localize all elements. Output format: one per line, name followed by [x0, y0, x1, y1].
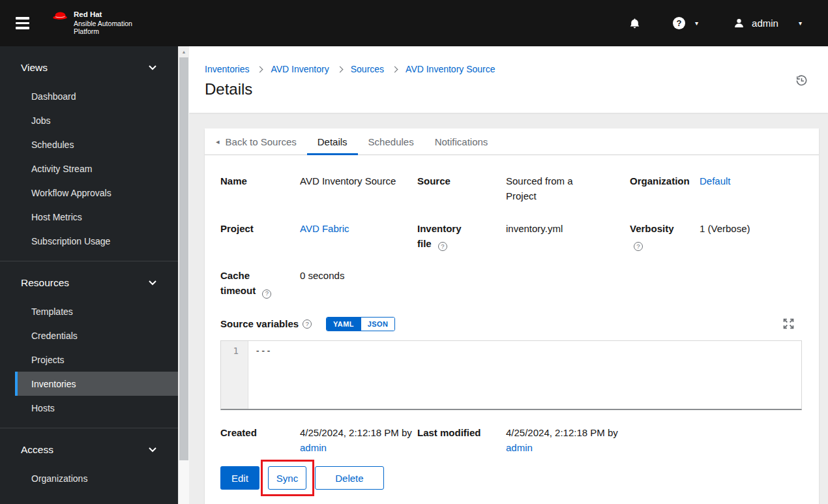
breadcrumb-separator-icon	[336, 66, 343, 72]
caret-left-icon: ◂	[216, 138, 220, 146]
last-modified-label: Last modified	[417, 425, 506, 440]
last-modified-by-user-link[interactable]: admin	[506, 442, 533, 453]
sidebar-section-access[interactable]: Access	[0, 437, 178, 462]
toggle-json-button[interactable]: JSON	[361, 318, 395, 331]
last-modified-by-prefix: by	[608, 427, 618, 438]
source-variables-row: Source variables ? YAML JSON	[220, 317, 802, 331]
brand-logo: Red Hat Ansible Automation Platform	[52, 10, 132, 35]
sidebar-item-credentials[interactable]: Credentials	[15, 323, 178, 348]
expand-editor-icon[interactable]	[783, 318, 794, 329]
tab-back-to-sources-label: Back to Sources	[226, 136, 297, 147]
yaml-json-toggle: YAML JSON	[326, 317, 395, 331]
brand-line-3: Platform	[74, 27, 132, 35]
organization-value-link[interactable]: Default	[700, 175, 731, 186]
created-by-prefix: by	[402, 427, 412, 438]
verbosity-label-text: Verbosity	[630, 223, 674, 234]
inventory-file-value: inventory.yml	[506, 221, 630, 236]
verbosity-value: 1 (Verbose)	[700, 221, 802, 236]
tab-notifications[interactable]: Notifications	[424, 128, 499, 155]
sidebar-item-inventories[interactable]: Inventories	[15, 372, 178, 396]
scrollbar-up-arrow-icon[interactable]: ▲	[179, 46, 189, 57]
tab-back-to-sources[interactable]: ◂ Back to Sources	[216, 128, 307, 155]
tab-details[interactable]: Details	[307, 128, 358, 155]
help-menu[interactable]: ? ▾	[673, 17, 698, 29]
sidebar-item-templates[interactable]: Templates	[15, 299, 178, 323]
sidebar-item-hosts[interactable]: Hosts	[15, 396, 178, 420]
help-question-icon[interactable]: ?	[673, 17, 685, 29]
sidebar-item-organizations[interactable]: Organizations	[15, 466, 178, 490]
nav-toggle-hamburger-icon[interactable]	[16, 17, 29, 29]
user-menu[interactable]: admin ▾	[733, 18, 802, 29]
verbosity-help-icon[interactable]: ?	[634, 242, 643, 251]
sidebar-item-subscription-usage[interactable]: Subscription Usage	[15, 229, 178, 253]
action-buttons-row: Edit Sync Delete	[220, 466, 802, 501]
activity-history-icon[interactable]	[795, 74, 808, 87]
chevron-down-icon	[149, 280, 156, 286]
help-caret-down-icon[interactable]: ▾	[695, 20, 698, 27]
cache-timeout-label: Cache timeout ?	[220, 268, 289, 299]
inventory-file-label: Inventory file ?	[417, 221, 486, 252]
source-variables-editor[interactable]: 1 ---	[220, 340, 802, 410]
sidebar-section-views[interactable]: Views	[0, 55, 178, 80]
redhat-fedora-icon	[52, 10, 68, 23]
sidebar-item-jobs[interactable]: Jobs	[15, 108, 178, 132]
delete-button[interactable]: Delete	[315, 466, 383, 490]
username-label: admin	[752, 18, 778, 29]
sidebar-item-activity-stream[interactable]: Activity Stream	[15, 156, 178, 181]
toggle-yaml-button[interactable]: YAML	[327, 318, 361, 331]
cache-timeout-help-icon[interactable]: ?	[262, 289, 271, 299]
tab-schedules[interactable]: Schedules	[358, 128, 424, 155]
sidebar-item-workflow-approvals[interactable]: Workflow Approvals	[15, 181, 178, 205]
cache-timeout-label-text: Cache timeout	[220, 270, 256, 296]
last-modified-value: 4/25/2024, 2:12:18 PM by admin	[506, 425, 620, 456]
verbosity-label: Verbosity ?	[630, 221, 700, 252]
sidebar-section-resources-label: Resources	[21, 277, 69, 289]
sidebar-item-schedules[interactable]: Schedules	[15, 132, 178, 156]
breadcrumb-inventories[interactable]: Inventories	[205, 64, 249, 74]
created-label: Created	[220, 425, 300, 440]
tab-bar: ◂ Back to Sources Details Schedules Noti…	[205, 128, 819, 155]
sidebar-item-dashboard[interactable]: Dashboard	[15, 84, 178, 108]
breadcrumb-separator-icon	[257, 66, 263, 72]
breadcrumb-avd-inventory[interactable]: AVD Inventory	[271, 64, 329, 74]
source-variables-help-icon[interactable]: ?	[303, 319, 312, 329]
created-by-user-link[interactable]: admin	[300, 442, 327, 453]
organization-label: Organization	[630, 173, 700, 188]
brand-line-2: Ansible Automation	[74, 20, 132, 27]
scrollbar-thumb[interactable]	[179, 57, 188, 460]
brand-line-1: Red Hat	[74, 10, 132, 20]
created-value: 4/25/2024, 2:12:18 PM by admin	[300, 425, 414, 456]
project-value-link[interactable]: AVD Fabric	[300, 223, 349, 234]
editor-content[interactable]: ---	[248, 341, 801, 409]
sidebar-scrollbar[interactable]: ▲	[178, 46, 189, 504]
created-date: 4/25/2024, 2:12:18 PM	[300, 427, 399, 438]
breadcrumb-avd-inventory-source[interactable]: AVD Inventory Source	[406, 64, 495, 74]
sidebar-section-views-label: Views	[21, 62, 48, 74]
project-label: Project	[220, 221, 300, 236]
sidebar-item-host-metrics[interactable]: Host Metrics	[15, 205, 178, 229]
main-content: Inventories AVD Inventory Sources AVD In…	[189, 46, 828, 504]
breadcrumb-separator-icon	[392, 66, 398, 72]
breadcrumb: Inventories AVD Inventory Sources AVD In…	[205, 64, 812, 74]
notifications-bell-icon[interactable]	[629, 18, 640, 29]
source-variables-label: Source variables	[220, 318, 299, 329]
page-title: Details	[205, 80, 812, 98]
user-caret-down-icon[interactable]: ▾	[799, 20, 802, 27]
page-header: Inventories AVD Inventory Sources AVD In…	[189, 46, 828, 113]
sync-button[interactable]: Sync	[268, 466, 306, 490]
sidebar-navigation: Views Dashboard Jobs Schedules Activity …	[0, 46, 178, 504]
chevron-down-icon	[149, 447, 156, 452]
details-grid: Name AVD Inventory Source Source Sourced…	[220, 173, 802, 299]
masthead: Red Hat Ansible Automation Platform ? ▾ …	[0, 0, 828, 46]
sidebar-section-resources[interactable]: Resources	[0, 271, 178, 295]
source-label: Source	[417, 173, 506, 188]
sidebar-item-projects[interactable]: Projects	[15, 348, 178, 372]
breadcrumb-sources[interactable]: Sources	[351, 64, 384, 74]
timestamps-grid: Created 4/25/2024, 2:12:18 PM by admin L…	[220, 425, 802, 456]
edit-button[interactable]: Edit	[220, 466, 259, 490]
inventory-file-help-icon[interactable]: ?	[438, 242, 447, 251]
details-card: ◂ Back to Sources Details Schedules Noti…	[205, 128, 819, 504]
last-modified-date: 4/25/2024, 2:12:18 PM	[506, 427, 605, 438]
name-label: Name	[220, 173, 300, 188]
source-value: Sourced from a Project	[506, 173, 584, 204]
